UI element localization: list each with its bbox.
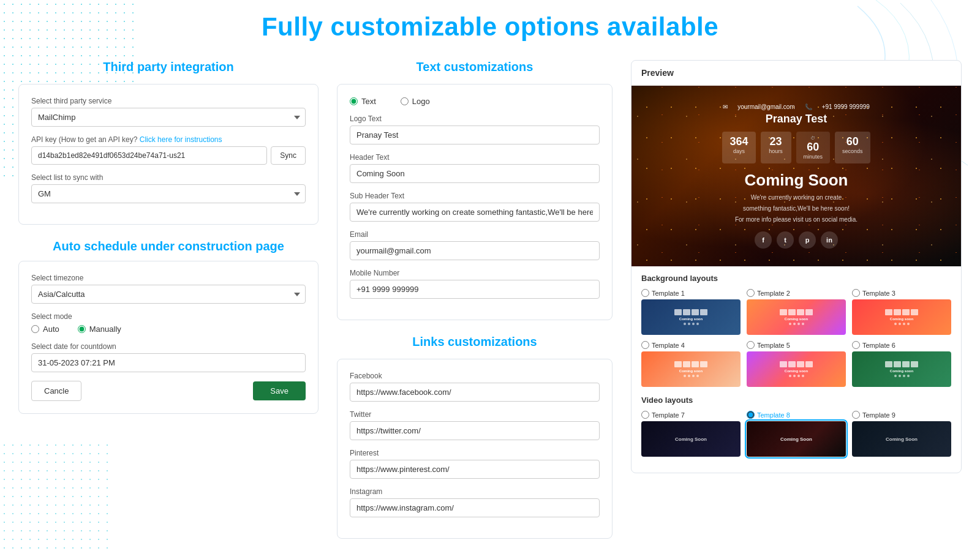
template-5-thumb[interactable]: Coming soon — [747, 351, 846, 387]
video-template-8-thumb[interactable]: Coming Soon — [747, 421, 846, 457]
template-3-radio[interactable] — [852, 289, 860, 297]
mode-manually-label[interactable]: Manually — [78, 324, 121, 334]
video-template-9-radio[interactable] — [852, 411, 860, 419]
video-template-7-label[interactable]: Template 7 — [641, 411, 741, 419]
social-facebook: f — [755, 231, 772, 249]
email-input[interactable] — [350, 241, 600, 260]
api-key-link[interactable]: Click here for instructions — [140, 135, 222, 144]
mini-bar — [805, 309, 813, 315]
video-template-9-mini: Coming Soon — [886, 437, 918, 442]
template-2-label[interactable]: Template 2 — [747, 289, 846, 297]
video-template-7-radio[interactable] — [641, 411, 649, 419]
mini-dots-5 — [780, 375, 813, 377]
twitter-input[interactable] — [350, 421, 600, 440]
facebook-input[interactable] — [350, 383, 600, 402]
template-5-bars — [780, 361, 813, 367]
logo-radio[interactable] — [401, 97, 409, 105]
mode-auto-radio[interactable] — [31, 325, 39, 333]
template-2-thumb[interactable]: Coming soon — [747, 299, 846, 335]
video-template-9-label[interactable]: Template 9 — [852, 411, 951, 419]
sync-button[interactable]: Sync — [271, 146, 306, 165]
preview-screen: ✉ yourmail@gmail.com 📞 +91 9999 999999 P… — [631, 86, 961, 266]
timezone-group: Select timezone Asia/Calcutta — [31, 274, 306, 304]
mode-auto-label[interactable]: Auto — [31, 324, 59, 334]
preview-email: yourmail@gmail.com — [737, 103, 795, 110]
timezone-select[interactable]: Asia/Calcutta — [31, 285, 306, 304]
mini-dot — [696, 323, 699, 325]
mini-bar — [700, 361, 707, 367]
mini-dot — [802, 323, 804, 325]
mini-dot — [899, 323, 901, 325]
text-radio-label[interactable]: Text — [350, 97, 376, 106]
social-pinterest: p — [799, 231, 816, 249]
mini-dot — [688, 375, 690, 377]
template-5-radio[interactable] — [747, 341, 755, 349]
api-key-input[interactable] — [31, 146, 267, 165]
template-6-thumb[interactable]: Coming soon — [852, 351, 951, 387]
date-countdown-input[interactable] — [31, 353, 306, 372]
twitter-group: Twitter — [350, 410, 600, 440]
template-1-thumb[interactable]: Coming soon — [641, 299, 741, 335]
email-label: Email — [350, 230, 600, 239]
template-4-thumb[interactable]: Coming soon — [641, 351, 741, 387]
template-3-text: Template 3 — [862, 290, 895, 297]
template-4-label[interactable]: Template 4 — [641, 341, 741, 349]
mini-coming-soon-4: Coming soon — [674, 369, 707, 373]
sub-header-input[interactable] — [350, 203, 600, 222]
mini-bar — [683, 309, 690, 315]
mini-bar — [788, 361, 796, 367]
template-1-label[interactable]: Template 1 — [641, 289, 741, 297]
mini-bar — [885, 361, 892, 367]
template-6-radio[interactable] — [852, 341, 860, 349]
video-template-8-label[interactable]: Template 8 — [747, 411, 846, 419]
middle-column: Text customizations Text Logo — [337, 60, 612, 551]
mini-dot — [802, 375, 804, 377]
cancel-button[interactable]: Cancle — [31, 381, 81, 401]
service-select[interactable]: MailChimp — [31, 108, 306, 127]
mobile-input[interactable] — [350, 280, 600, 299]
instagram-input[interactable] — [350, 498, 600, 517]
logo-text-label: Logo Text — [350, 114, 600, 123]
video-template-7-thumb[interactable]: Coming Soon — [641, 421, 741, 457]
pinterest-input[interactable] — [350, 460, 600, 479]
template-4-radio[interactable] — [641, 341, 649, 349]
mini-dot — [789, 323, 791, 325]
video-template-8-radio[interactable] — [747, 411, 755, 419]
api-key-group: API key (How to get an API key? Click he… — [31, 135, 306, 165]
template-4-mini: Coming soon — [674, 361, 707, 377]
text-custom-title: Text customizations — [337, 60, 612, 74]
preview-phone-icon: 📞 — [805, 103, 812, 110]
mini-coming-soon-v8: Coming Soon — [780, 437, 812, 442]
video-template-9-thumb[interactable]: Coming Soon — [852, 421, 951, 457]
video-template-8-mini: Coming Soon — [780, 437, 812, 442]
template-2-radio[interactable] — [747, 289, 755, 297]
template-5-label[interactable]: Template 5 — [747, 341, 846, 349]
links-custom-card: Facebook Twitter Pinterest Instagram — [337, 359, 612, 539]
date-countdown-label: Select date for countdown — [31, 342, 306, 351]
template-5-mini: Coming soon — [780, 361, 813, 377]
mini-dot — [789, 375, 791, 377]
video-template-7-text: Template 7 — [652, 411, 685, 419]
preview-social-text: For more info please visit us on social … — [735, 216, 858, 224]
mini-bar — [885, 309, 892, 315]
preview-header: Preview — [631, 61, 961, 86]
mobile-group: Mobile Number — [350, 269, 600, 299]
template-3-thumb[interactable]: Coming soon — [852, 299, 951, 335]
header-text-input[interactable] — [350, 164, 600, 183]
pinterest-label: Pinterest — [350, 449, 600, 457]
save-button[interactable]: Save — [253, 381, 306, 400]
text-radio[interactable] — [350, 97, 358, 105]
mini-bar — [700, 309, 707, 315]
logo-radio-label[interactable]: Logo — [401, 97, 430, 106]
preview-phone: +91 9999 999999 — [822, 103, 870, 110]
mini-bar — [780, 361, 787, 367]
logo-text-input[interactable] — [350, 126, 600, 144]
list-sync-select[interactable]: GM — [31, 184, 306, 203]
template-3-label[interactable]: Template 3 — [852, 289, 951, 297]
template-1-radio[interactable] — [641, 289, 649, 297]
template-6-label[interactable]: Template 6 — [852, 341, 951, 349]
mini-dot — [894, 323, 897, 325]
mode-manually-radio[interactable] — [78, 325, 86, 333]
template-3-bars — [885, 309, 918, 315]
action-buttons-row: Cancle Save — [31, 381, 306, 401]
